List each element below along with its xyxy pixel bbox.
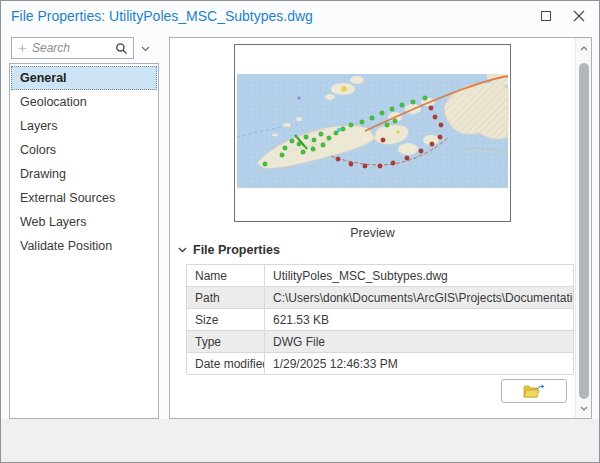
- sidebar-item-drawing[interactable]: Drawing: [11, 162, 157, 186]
- search-box: [11, 37, 134, 59]
- sidebar-item-geolocation[interactable]: Geolocation: [11, 90, 157, 114]
- sidebar-item-general[interactable]: General: [11, 66, 157, 90]
- close-icon: [573, 10, 585, 22]
- table-row-size: Size 621.53 KB: [187, 309, 574, 331]
- search-options-icon: [17, 43, 28, 54]
- sidebar-item-web-layers[interactable]: Web Layers: [11, 210, 157, 234]
- property-value: UtilityPoles_MSC_Subtypes.dwg: [265, 265, 574, 287]
- property-label: Path: [187, 287, 265, 309]
- maximize-icon: [541, 11, 551, 21]
- property-label: Size: [187, 309, 265, 331]
- property-value: DWG File: [265, 331, 574, 353]
- chevron-down-icon: [141, 46, 150, 52]
- table-row-date-modified: Date modified 1/29/2025 12:46:33 PM: [187, 353, 574, 375]
- map-preview-image: [235, 45, 510, 221]
- vertical-scrollbar[interactable]: [575, 38, 591, 418]
- preview-box: [234, 44, 511, 222]
- sidebar-item-layers[interactable]: Layers: [11, 114, 157, 138]
- chevron-up-icon: [580, 46, 588, 51]
- section-collapse-icon: [178, 247, 187, 253]
- scroll-up-button[interactable]: [576, 40, 592, 56]
- title-bar: File Properties: UtilityPoles_MSC_Subtyp…: [1, 1, 599, 31]
- dialog-footer: OK Cancel: [1, 419, 599, 463]
- property-value: 1/29/2025 12:46:33 PM: [265, 353, 574, 375]
- maximize-button[interactable]: [531, 4, 561, 28]
- file-properties-dialog: File Properties: UtilityPoles_MSC_Subtyp…: [0, 0, 600, 463]
- property-value: C:\Users\donk\Documents\ArcGIS\Projects\…: [265, 287, 574, 309]
- general-page-panel: Preview File Properties Name UtilityPole…: [169, 37, 592, 419]
- property-value: 621.53 KB: [265, 309, 574, 331]
- sidebar-item-validate-position[interactable]: Validate Position: [11, 234, 157, 258]
- properties-nav-list: General Geolocation Layers Colors Drawin…: [9, 63, 159, 419]
- table-row-type: Type DWG File: [187, 331, 574, 353]
- search-icon[interactable]: [115, 42, 128, 55]
- chevron-down-icon: [580, 406, 588, 411]
- table-row-path: Path C:\Users\donk\Documents\ArcGIS\Proj…: [187, 287, 574, 309]
- open-folder-icon: [523, 383, 545, 400]
- dialog-title: File Properties: UtilityPoles_MSC_Subtyp…: [11, 1, 313, 31]
- property-label: Type: [187, 331, 265, 353]
- preview-caption: Preview: [234, 226, 511, 240]
- property-label: Date modified: [187, 353, 265, 375]
- file-properties-section-header[interactable]: File Properties: [178, 243, 280, 257]
- file-properties-table: Name UtilityPoles_MSC_Subtypes.dwg Path …: [186, 264, 574, 375]
- search-dropdown-button[interactable]: [138, 44, 152, 54]
- sidebar-item-colors[interactable]: Colors: [11, 138, 157, 162]
- section-title: File Properties: [193, 243, 280, 257]
- search-input[interactable]: [32, 41, 111, 55]
- scrollbar-thumb[interactable]: [579, 63, 589, 399]
- browse-folder-button[interactable]: [501, 379, 567, 403]
- table-row-name: Name UtilityPoles_MSC_Subtypes.dwg: [187, 265, 574, 287]
- close-button[interactable]: [564, 4, 594, 28]
- scroll-down-button[interactable]: [576, 400, 592, 416]
- property-label: Name: [187, 265, 265, 287]
- sidebar-item-external-sources[interactable]: External Sources: [11, 186, 157, 210]
